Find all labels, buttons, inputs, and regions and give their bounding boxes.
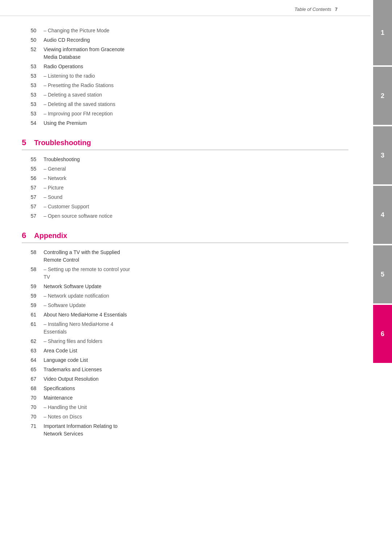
- side-tab-4[interactable]: 4: [373, 186, 392, 244]
- list-item: 54 Using the Premium: [22, 119, 348, 127]
- section-6-number: 6: [22, 231, 29, 240]
- page-number: 63: [22, 347, 36, 355]
- entry-label: Specifications: [44, 385, 75, 392]
- list-item: 58 – Setting up the remote to control yo…: [22, 266, 348, 281]
- entry-label: – Customer Support: [44, 203, 89, 210]
- page-number: 59: [22, 292, 36, 300]
- list-item: 55 – General: [22, 165, 348, 173]
- page-number: 61: [22, 320, 36, 328]
- list-item: 53 – Listening to the radio: [22, 72, 348, 80]
- page-number: 52: [22, 46, 36, 53]
- side-tabs: 1 2 3 4 5 6: [373, 0, 392, 556]
- page-number: 70: [22, 394, 36, 402]
- entry-label: – General: [44, 165, 66, 173]
- entry-label: – Sound: [44, 193, 62, 201]
- entry-label: Network Software Update: [44, 283, 102, 290]
- list-item: 57 – Sound: [22, 193, 348, 201]
- list-item: 68 Specifications: [22, 385, 348, 392]
- section-5-header: 5 Troubleshooting: [22, 138, 348, 150]
- page-number: 55: [22, 165, 36, 173]
- section-5-entries: 55 Troubleshooting 55 – General 56 – Net…: [22, 156, 348, 220]
- list-item: 57 – Customer Support: [22, 203, 348, 210]
- page-number: 57: [22, 184, 36, 192]
- side-tab-6[interactable]: 6: [373, 305, 392, 363]
- entry-label: Viewing information from GracenoteMedia …: [44, 46, 124, 61]
- list-item: 50 Audio CD Recording: [22, 36, 348, 44]
- page-number: 59: [22, 283, 36, 290]
- entry-label: Radio Operations: [44, 63, 83, 70]
- entry-label: – Improving poor FM reception: [44, 110, 113, 118]
- entry-label: Important Information Relating toNetwork…: [44, 422, 118, 438]
- list-item: 70 – Notes on Discs: [22, 413, 348, 421]
- section-6-title: Appendix: [34, 232, 67, 240]
- list-item: 58 Controlling a TV with the SuppliedRem…: [22, 249, 348, 264]
- entry-label: – Setting up the remote to control yourT…: [44, 266, 130, 281]
- entry-label: – Picture: [44, 184, 64, 192]
- entry-label: Using the Premium: [44, 119, 87, 127]
- page-header: Table of Contents 7: [0, 0, 370, 16]
- list-item: 53 – Presetting the Radio Stations: [22, 82, 348, 89]
- list-item: 53 Radio Operations: [22, 63, 348, 70]
- entry-label: – Notes on Discs: [44, 413, 82, 421]
- page-number: 55: [22, 156, 36, 163]
- list-item: 53 – Improving poor FM reception: [22, 110, 348, 118]
- page-number: 58: [22, 266, 36, 273]
- page-number: 54: [22, 119, 36, 127]
- entry-label: – Listening to the radio: [44, 72, 95, 80]
- side-tab-3[interactable]: 3: [373, 126, 392, 184]
- side-tab-5[interactable]: 5: [373, 245, 392, 303]
- entry-label: Audio CD Recording: [44, 36, 90, 44]
- list-item: 55 Troubleshooting: [22, 156, 348, 163]
- page-number: 53: [22, 91, 36, 99]
- entry-label: Trademarks and Licenses: [44, 366, 102, 373]
- page-number: 70: [22, 413, 36, 421]
- page-number: 53: [22, 63, 36, 70]
- section-6-entries: 58 Controlling a TV with the SuppliedRem…: [22, 249, 348, 438]
- page-number: 58: [22, 249, 36, 256]
- page-number: 53: [22, 72, 36, 80]
- list-item: 70 – Handling the Unit: [22, 404, 348, 411]
- list-item: 67 Video Output Resolution: [22, 375, 348, 383]
- page-number: 57: [22, 203, 36, 210]
- entry-label: Maintenance: [44, 394, 73, 402]
- entry-label: Video Output Resolution: [44, 375, 99, 383]
- page-number: 64: [22, 356, 36, 364]
- initial-entries: 50 – Changing the Picture Mode 50 Audio …: [22, 27, 348, 127]
- list-item: 53 – Deleting all the saved stations: [22, 101, 348, 108]
- page-number: 59: [22, 302, 36, 309]
- page-number: 53: [22, 82, 36, 89]
- list-item: 71 Important Information Relating toNetw…: [22, 422, 348, 438]
- header-page: 7: [335, 7, 338, 12]
- page-number: 53: [22, 110, 36, 118]
- side-tab-2[interactable]: 2: [373, 67, 392, 125]
- page-number: 67: [22, 375, 36, 383]
- entry-label: Area Code List: [44, 347, 77, 355]
- page-number: 50: [22, 36, 36, 44]
- list-item: 64 Language code List: [22, 356, 348, 364]
- page-number: 50: [22, 27, 36, 34]
- entry-label: – Changing the Picture Mode: [44, 27, 109, 34]
- list-item: 57 – Open source software notice: [22, 212, 348, 220]
- list-item: 53 – Deleting a saved station: [22, 91, 348, 99]
- page-number: 62: [22, 338, 36, 345]
- list-item: 57 – Picture: [22, 184, 348, 192]
- list-item: 59 – Network update notification: [22, 292, 348, 300]
- page-number: 70: [22, 404, 36, 411]
- entry-label: – Deleting all the saved stations: [44, 101, 115, 108]
- list-item: 59 – Software Update: [22, 302, 348, 309]
- entry-label: – Software Update: [44, 302, 86, 309]
- list-item: 59 Network Software Update: [22, 283, 348, 290]
- entry-label: – Network: [44, 175, 66, 182]
- entry-label: – Network update notification: [44, 292, 109, 300]
- section-5-number: 5: [22, 138, 29, 147]
- entry-label: – Open source software notice: [44, 212, 113, 220]
- side-tab-1[interactable]: 1: [373, 0, 392, 65]
- page-number: 61: [22, 311, 36, 319]
- entry-label: About Nero MediaHome 4 Essentials: [44, 311, 127, 319]
- entry-label: – Installing Nero MediaHome 4Essentials: [44, 320, 113, 336]
- list-item: 65 Trademarks and Licenses: [22, 366, 348, 373]
- page-number: 65: [22, 366, 36, 373]
- page-number: 57: [22, 212, 36, 220]
- entry-label: Language code List: [44, 356, 88, 364]
- list-item: 61 About Nero MediaHome 4 Essentials: [22, 311, 348, 319]
